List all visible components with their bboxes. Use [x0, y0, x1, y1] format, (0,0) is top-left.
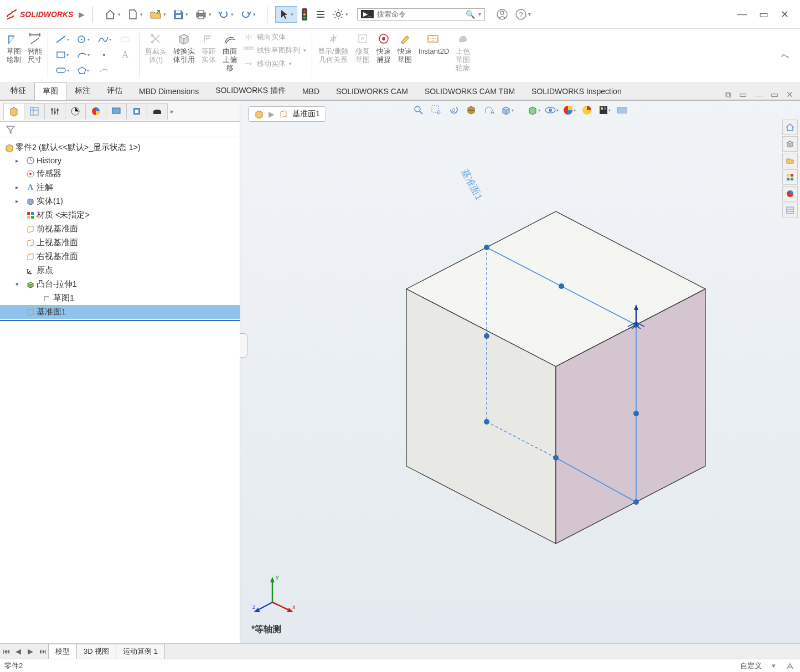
fm-tab-cam[interactable]	[126, 103, 147, 120]
3d-viewport[interactable]: ▶ 基准面1 A ▾ ▾ ▾ ▾ ▾	[240, 101, 800, 643]
tab-inspection[interactable]: SOLIDWORKS Inspection	[523, 83, 630, 100]
fm-tab-appearance[interactable]	[85, 103, 106, 120]
arc-tool[interactable]: ▾	[74, 48, 92, 62]
slot-tool[interactable]	[116, 32, 135, 46]
tab-addins[interactable]: SOLIDWORKS 插件	[207, 82, 294, 100]
fm-tab-tree[interactable]	[3, 103, 24, 120]
open-button[interactable]	[146, 7, 169, 22]
btab-first[interactable]: ⏮	[0, 647, 12, 655]
view-settings-button[interactable]: ▾	[597, 103, 612, 117]
tree-sensors[interactable]: 传感器	[0, 167, 240, 180]
tree-material[interactable]: 材质 <未指定>	[0, 208, 240, 222]
slot2-tool[interactable]: ▾	[53, 63, 71, 77]
line-tool[interactable]: ▾	[53, 32, 71, 46]
btab-last[interactable]: ⏭	[37, 647, 49, 655]
circle-tool[interactable]: ▾	[74, 32, 92, 46]
btab-prev[interactable]: ◀	[12, 647, 24, 655]
display-style-button[interactable]: ▾	[527, 103, 541, 117]
ribbon-instant2d[interactable]: Instant2D	[415, 31, 453, 81]
fm-tab-display[interactable]	[106, 103, 127, 120]
hide-show-button[interactable]: ▾	[544, 103, 559, 117]
fm-tabs-overflow-icon[interactable]: ▸	[171, 107, 174, 115]
ribbon-smartdim[interactable]: 智能 尺寸	[24, 31, 45, 81]
tp-appearance[interactable]	[782, 186, 798, 201]
ribbon-curve-offset[interactable]: 曲面 上偏 移	[219, 31, 240, 81]
spline-tool[interactable]: ▾	[95, 32, 113, 46]
btab-model[interactable]: 模型	[48, 644, 77, 659]
ribbon-convert[interactable]: 转换实 体引用	[170, 31, 198, 81]
dynamic-annotation-button[interactable]: A	[482, 103, 497, 117]
undo-button[interactable]	[215, 7, 237, 22]
tree-origin[interactable]: 原点	[0, 263, 240, 277]
fm-tab-more[interactable]	[147, 103, 168, 120]
tree-bodies[interactable]: ▸实体(1)	[0, 194, 240, 208]
fm-tab-config[interactable]	[44, 103, 65, 120]
panel-expand-handle[interactable]	[240, 333, 247, 358]
search-dropdown-icon[interactable]: ▾	[478, 11, 481, 17]
help-button[interactable]: ?▾	[512, 6, 534, 23]
status-units-icon[interactable]	[786, 661, 796, 670]
edit-appearance-button[interactable]: ▾	[562, 103, 576, 117]
tab-sketch[interactable]: 草图	[34, 82, 66, 100]
tree-rollback-bar[interactable]	[0, 320, 240, 321]
play-icon[interactable]: ▶	[79, 10, 85, 19]
selection-breadcrumb[interactable]: ▶ 基准面1	[248, 106, 326, 122]
tab-mbd[interactable]: MBD	[294, 83, 328, 100]
polygon-tool[interactable]: ▾	[74, 63, 92, 77]
search-input[interactable]	[377, 10, 466, 18]
new-button[interactable]	[124, 7, 146, 22]
tree-plane1[interactable]: 基准面1	[0, 305, 240, 319]
doc-maximize-icon[interactable]: ▭	[739, 90, 747, 100]
btab-next[interactable]: ▶	[24, 647, 37, 655]
filter-icon[interactable]	[6, 125, 16, 134]
home-button[interactable]	[101, 7, 124, 22]
ellipse-arc-tool[interactable]	[95, 63, 113, 77]
close-button[interactable]: ✕	[781, 8, 789, 20]
tree-extrude[interactable]: ▾凸台-拉伸1	[0, 277, 240, 291]
tree-history[interactable]: ▸History	[0, 154, 240, 167]
section-view-button[interactable]	[464, 103, 479, 117]
list-button[interactable]	[312, 7, 329, 22]
text-tool[interactable]: A	[116, 48, 135, 62]
status-dropdown-icon[interactable]: ▾	[772, 661, 776, 670]
traffic-light-button[interactable]	[297, 6, 312, 23]
maximize-button[interactable]: ▭	[759, 8, 768, 20]
doc-tile-icon[interactable]: ▭	[771, 90, 778, 100]
fm-tab-dim[interactable]	[65, 103, 86, 120]
print-button[interactable]	[192, 7, 215, 22]
apply-scene-button[interactable]	[580, 103, 594, 117]
tp-home[interactable]	[782, 120, 798, 135]
tree-annotations[interactable]: ▸A注解	[0, 180, 240, 194]
coordinate-triad[interactable]: y x z	[250, 569, 300, 619]
render-button[interactable]	[615, 103, 629, 117]
tree-sketch1[interactable]: 草图1	[0, 291, 240, 305]
tab-cam[interactable]: SOLIDWORKS CAM	[328, 83, 416, 100]
doc-close-icon[interactable]: ✕	[786, 90, 793, 100]
save-button[interactable]	[169, 7, 192, 22]
doc-restore-icon[interactable]: ⧉	[725, 90, 731, 100]
tree-front-plane[interactable]: 前视基准面	[0, 222, 240, 236]
btab-3dview[interactable]: 3D 视图	[76, 644, 116, 659]
tp-view-palette[interactable]	[782, 169, 798, 185]
search-icon[interactable]: 🔍	[466, 10, 475, 19]
ribbon-collapse-icon[interactable]: へ	[781, 51, 789, 61]
previous-view-button[interactable]	[447, 103, 461, 117]
view-orientation-button[interactable]: ▾	[500, 103, 514, 117]
tp-library[interactable]	[782, 153, 798, 168]
redo-button[interactable]	[237, 7, 259, 22]
tab-evaluate[interactable]: 评估	[99, 82, 131, 100]
tp-resources[interactable]	[782, 136, 798, 152]
user-button[interactable]	[493, 6, 512, 23]
tree-right-plane[interactable]: 右视基准面	[0, 250, 240, 263]
zoom-fit-button[interactable]	[411, 103, 426, 117]
tab-mbddim[interactable]: MBD Dimensions	[131, 83, 207, 100]
settings-button[interactable]	[329, 7, 352, 22]
tp-custom-props[interactable]	[782, 203, 798, 218]
zoom-area-button[interactable]	[429, 103, 443, 117]
point-tool[interactable]	[95, 48, 113, 62]
ribbon-quicksketch[interactable]: 快速 草图	[394, 31, 415, 81]
tree-root[interactable]: 零件2 (默认<<默认>_显示状态 1>)	[0, 141, 240, 154]
select-button[interactable]	[275, 6, 297, 23]
tab-camtbm[interactable]: SOLIDWORKS CAM TBM	[416, 83, 523, 100]
tree-top-plane[interactable]: 上视基准面	[0, 236, 240, 250]
